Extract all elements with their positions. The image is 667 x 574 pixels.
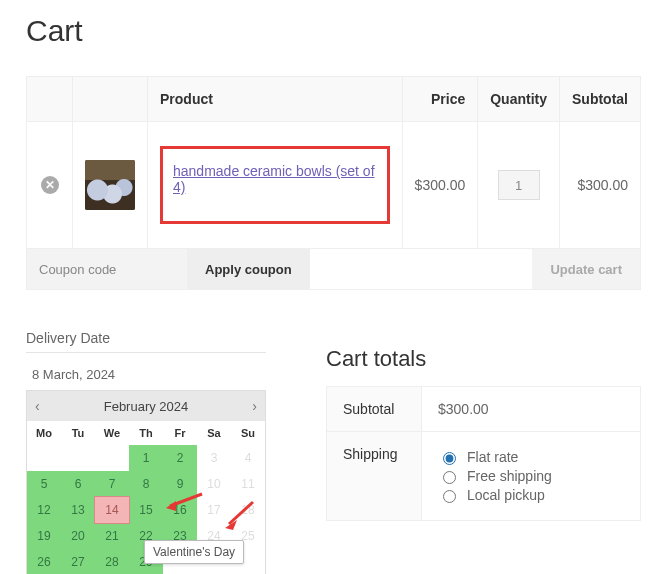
shipping-radio[interactable]	[443, 490, 456, 503]
calendar-weekday: Mo	[27, 421, 61, 445]
calendar-day[interactable]: 20	[61, 523, 95, 549]
update-cart-button[interactable]: Update cart	[532, 249, 640, 289]
product-thumbnail[interactable]	[85, 160, 135, 210]
cart-totals-section: Cart totals Subtotal $300.00 Shipping Fl…	[326, 346, 641, 574]
calendar-day[interactable]: 1	[129, 445, 163, 471]
delivery-date-value[interactable]: 8 March, 2024	[26, 359, 266, 390]
calendar-day[interactable]: 7	[95, 471, 129, 497]
calendar-day[interactable]: 27	[61, 549, 95, 574]
shipping-option[interactable]: Local pickup	[438, 487, 624, 503]
next-month-button[interactable]: ›	[252, 398, 257, 414]
calendar-day[interactable]: 15	[129, 497, 163, 523]
coupon-input[interactable]	[27, 249, 187, 289]
calendar-day[interactable]: 28	[95, 549, 129, 574]
calendar-day[interactable]: 8	[129, 471, 163, 497]
shipping-option[interactable]: Flat rate	[438, 449, 624, 465]
calendar-day[interactable]: 2	[163, 445, 197, 471]
calendar-day: 3	[197, 445, 231, 471]
col-quantity: Quantity	[478, 77, 560, 122]
cart-table: Product Price Quantity Subtotal ✕ handma…	[26, 76, 641, 249]
prev-month-button[interactable]: ‹	[35, 398, 40, 414]
calendar-day[interactable]: 13	[61, 497, 95, 523]
calendar-tooltip: Valentine's Day	[144, 540, 244, 564]
calendar-day: 4	[231, 445, 265, 471]
calendar-day[interactable]: 6	[61, 471, 95, 497]
shipping-radio[interactable]	[443, 452, 456, 465]
quantity-input[interactable]	[498, 170, 540, 200]
delivery-date-label: Delivery Date	[26, 330, 266, 353]
calendar-day	[61, 445, 95, 471]
cart-row: ✕ handmade ceramic bowls (set of 4) $300…	[27, 122, 641, 249]
apply-coupon-button[interactable]: Apply coupon	[187, 249, 310, 289]
calendar-day[interactable]: 21	[95, 523, 129, 549]
col-price: Price	[402, 77, 478, 122]
calendar-day	[27, 445, 61, 471]
svg-marker-1	[166, 501, 176, 511]
shipping-option-label: Flat rate	[467, 449, 518, 465]
subtotal-value: $300.00	[422, 387, 641, 432]
svg-line-2	[229, 502, 253, 524]
col-product: Product	[148, 77, 403, 122]
calendar-day[interactable]: 19	[27, 523, 61, 549]
product-link[interactable]: handmade ceramic bowls (set of 4)	[173, 163, 375, 195]
delivery-date-section: Delivery Date 8 March, 2024 ‹ February 2…	[26, 330, 266, 574]
subtotal-label: Subtotal	[327, 387, 422, 432]
calendar-weekday: Tu	[61, 421, 95, 445]
calendar-day[interactable]: 14	[95, 497, 129, 523]
calendar-day[interactable]: 26	[27, 549, 61, 574]
calendar-weekday: We	[95, 421, 129, 445]
annotation-arrow-icon	[221, 500, 257, 530]
page-title: Cart	[26, 14, 641, 48]
shipping-label: Shipping	[327, 432, 422, 521]
calendar-day[interactable]: 12	[27, 497, 61, 523]
cart-actions: Apply coupon Update cart	[26, 249, 641, 290]
calendar-day	[95, 445, 129, 471]
col-subtotal: Subtotal	[560, 77, 641, 122]
cart-totals-title: Cart totals	[326, 346, 641, 372]
calendar-weekday: Fr	[163, 421, 197, 445]
cell-subtotal: $300.00	[560, 122, 641, 249]
shipping-radio[interactable]	[443, 471, 456, 484]
product-name-highlight: handmade ceramic bowls (set of 4)	[160, 146, 390, 224]
shipping-option[interactable]: Free shipping	[438, 468, 624, 484]
calendar-day[interactable]: 5	[27, 471, 61, 497]
calendar-month-label: February 2024	[104, 399, 189, 414]
annotation-arrow-icon	[164, 492, 204, 512]
calendar-weekday: Sa	[197, 421, 231, 445]
calendar-weekday: Th	[129, 421, 163, 445]
shipping-option-label: Free shipping	[467, 468, 552, 484]
calendar-day: 11	[231, 471, 265, 497]
remove-item-button[interactable]: ✕	[41, 176, 59, 194]
calendar-weekday: Su	[231, 421, 265, 445]
cell-price: $300.00	[402, 122, 478, 249]
shipping-option-label: Local pickup	[467, 487, 545, 503]
